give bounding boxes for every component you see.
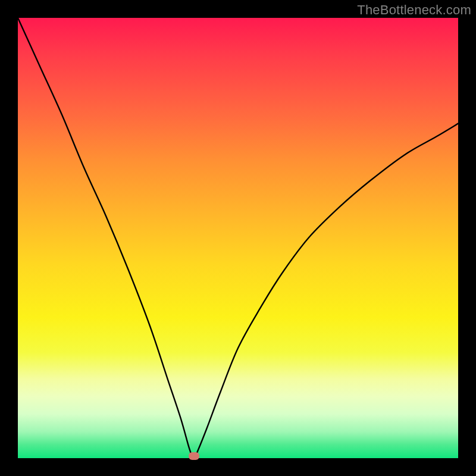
plot-area xyxy=(18,18,458,458)
chart-frame: TheBottleneck.com xyxy=(0,0,476,476)
bottleneck-curve xyxy=(18,18,458,458)
optimum-marker xyxy=(189,452,199,460)
watermark-text: TheBottleneck.com xyxy=(357,2,471,18)
